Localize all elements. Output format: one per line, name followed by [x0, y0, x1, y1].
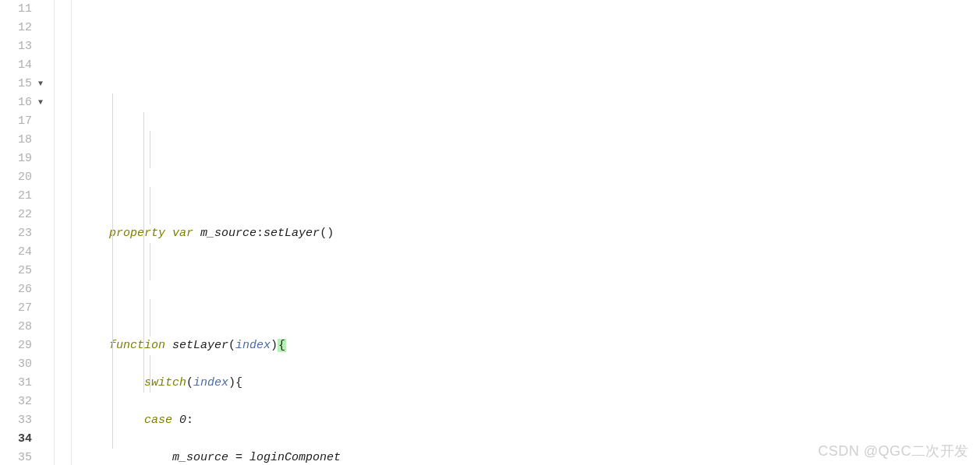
indent-guide — [150, 243, 150, 280]
indent-guide — [150, 131, 150, 168]
gutter-line: 20 — [0, 168, 46, 187]
gutter-line-current: 34 — [0, 430, 46, 449]
indent-guide — [143, 112, 144, 393]
indent-guide — [150, 355, 150, 393]
gutter-line: 15▼ — [0, 75, 46, 93]
code-line[interactable]: property var m_source:setLayer() — [81, 224, 980, 243]
gutter-line: 31 — [0, 374, 46, 393]
line-number-gutter: 11 12 13 14 15▼ 16▼ 17 18 19 20 21 22 23… — [0, 0, 55, 465]
code-line[interactable]: m_source = loginComponet — [81, 449, 980, 465]
gutter-line: 26 — [0, 280, 46, 299]
gutter-line: 19 — [0, 150, 46, 168]
gutter-line: 13 — [0, 37, 46, 56]
code-line[interactable] — [81, 299, 980, 318]
gutter-line: 27 — [0, 299, 46, 318]
gutter-line: 28 — [0, 318, 46, 336]
brace-highlight: { — [278, 339, 286, 352]
gutter-line: 14 — [0, 56, 46, 75]
gutter-line: 33 — [0, 411, 46, 430]
gutter-line: 24 — [0, 243, 46, 262]
gutter-line: 29 — [0, 336, 46, 355]
code-line[interactable] — [81, 262, 980, 280]
gutter-line: 32 — [0, 393, 46, 411]
gutter-line: 22 — [0, 206, 46, 224]
gutter-line: 12 — [0, 19, 46, 37]
fold-toggle-icon[interactable]: ▼ — [37, 80, 44, 88]
gutter-line: 21 — [0, 187, 46, 206]
gutter-line: 16▼ — [0, 93, 46, 112]
gutter-line: 17 — [0, 112, 46, 131]
gutter-line: 35 — [0, 449, 46, 465]
gutter-line: 18 — [0, 131, 46, 150]
gutter-line: 25 — [0, 262, 46, 280]
indent-guide — [150, 299, 150, 336]
indent-guide — [150, 187, 150, 224]
code-line[interactable]: switch(index){ — [81, 374, 980, 393]
code-line[interactable] — [81, 187, 980, 206]
indent-guide — [112, 93, 113, 449]
code-editor[interactable]: 11 12 13 14 15▼ 16▼ 17 18 19 20 21 22 23… — [0, 0, 980, 465]
code-area[interactable]: property var m_source:setLayer() functio… — [72, 0, 980, 465]
fold-margin — [55, 0, 72, 465]
fold-toggle-icon[interactable]: ▼ — [37, 99, 44, 107]
gutter-line: 23 — [0, 224, 46, 243]
code-line[interactable]: function setLayer(index){ — [81, 336, 980, 355]
gutter-line: 11 — [0, 0, 46, 19]
gutter-line: 30 — [0, 355, 46, 374]
code-line[interactable]: case 0: — [81, 411, 980, 430]
